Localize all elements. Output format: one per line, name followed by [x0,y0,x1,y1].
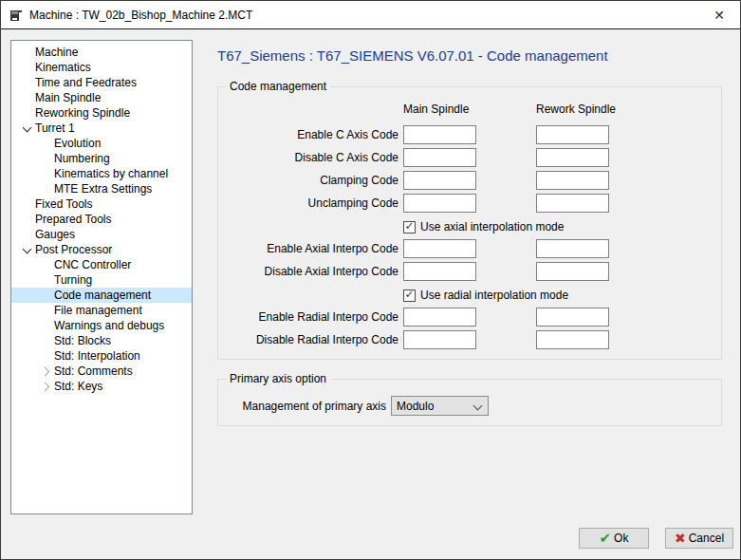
chevron-spacer [21,75,35,90]
unclamping-main-input[interactable] [403,194,476,213]
tree-item-cnc-controller[interactable]: CNC Controller [11,257,192,272]
chevron-right-icon[interactable] [40,364,54,379]
disable-axial-interpo-main-input[interactable] [403,262,476,281]
field-label: Disable Radial Interpo Code [218,330,398,349]
field-label: Unclamping Code [218,194,398,213]
tree-item-kinematics[interactable]: Kinematics [11,60,192,75]
ok-button[interactable]: ✔ Ok [579,528,649,549]
enable-axial-interpo-main-input[interactable] [403,239,476,258]
axial-interpolation-checkbox[interactable]: ✓ [403,221,416,233]
enable-c-axis-main-input[interactable] [403,125,476,144]
tree-item-label: Post Processor [35,242,112,257]
chevron-spacer [21,227,35,242]
tree-item-gauges[interactable]: Gauges [11,227,192,242]
row-disable-c-axis-code: Disable C Axis Code [218,148,721,167]
chevron-spacer [21,105,35,121]
tree-item-std-interpolation[interactable]: Std: Interpolation [11,348,192,364]
unclamping-rework-input[interactable] [536,194,609,213]
primary-axis-groupbox: Primary axis option Management of primar… [217,379,722,426]
tree-item-label: Gauges [35,227,75,242]
machine-settings-dialog: Machine : TW_02b_Bishop_Machine 2.MCT ✕ … [0,0,741,560]
settings-tree: Machine Kinematics Time and Feedrates Ma… [10,40,193,514]
disable-c-axis-rework-input[interactable] [536,148,609,167]
chevron-down-icon [471,397,488,415]
tree-item-post-processor[interactable]: Post Processor [11,242,192,257]
page-title: T67_Siemens : T67_SIEMENS V6.07.01 - Cod… [217,47,608,64]
tree-item-fixed-tools[interactable]: Fixed Tools [11,196,192,212]
row-disable-radial-interpo-code: Disable Radial Interpo Code [218,330,721,349]
enable-c-axis-rework-input[interactable] [536,125,609,144]
chevron-right-icon[interactable] [40,379,54,394]
tree-item-warnings-and-debugs[interactable]: Warnings and debugs [11,318,192,333]
chevron-spacer [21,212,35,227]
checkmark-icon: ✓ [404,221,414,232]
disable-radial-interpo-rework-input[interactable] [536,330,609,349]
tree-item-label: Main Spindle [35,90,101,105]
tree-item-label: Std: Keys [54,379,102,394]
tree-item-kinematics-by-channel[interactable]: Kinematics by channel [11,166,192,181]
cancel-button[interactable]: ✖ Cancel [665,528,733,549]
disable-radial-interpo-main-input[interactable] [403,330,476,349]
chevron-spacer [21,45,35,60]
tree-item-label: Std: Comments [54,364,133,379]
tree-item-label: Prepared Tools [35,212,112,227]
tree-item-std-keys[interactable]: Std: Keys [11,379,192,394]
tree-item-label: Turret 1 [35,121,75,136]
chevron-spacer [40,181,54,196]
tree-item-label: CNC Controller [54,257,131,272]
disable-c-axis-main-input[interactable] [403,148,476,167]
enable-radial-interpo-rework-input[interactable] [536,308,609,327]
chevron-down-icon[interactable] [21,242,35,257]
tree-item-label: Std: Blocks [54,333,111,348]
cancel-button-label: Cancel [689,532,724,545]
chevron-down-icon[interactable] [21,121,35,136]
ok-button-label: Ok [614,532,628,545]
tree-item-label: Numbering [54,151,110,166]
tree-item-turret-1[interactable]: Turret 1 [11,121,192,136]
field-label: Enable Axial Interpo Code [218,239,398,258]
clamping-rework-input[interactable] [536,171,609,190]
tree-item-std-blocks[interactable]: Std: Blocks [11,333,192,348]
clamping-main-input[interactable] [403,171,476,190]
tree-item-evolution[interactable]: Evolution [11,136,192,151]
tree-item-label: Machine [35,45,78,60]
tree-item-turning[interactable]: Turning [11,272,192,288]
tree-item-code-management[interactable]: Code management [11,288,192,303]
tree-item-mte-extra-settings[interactable]: MTE Extra Settings [11,181,192,196]
chevron-spacer [40,288,54,303]
chevron-spacer [40,257,54,272]
tree-item-numbering[interactable]: Numbering [11,151,192,166]
radial-interpolation-checkbox[interactable]: ✓ [403,289,416,302]
primary-axis-label: Management of primary axis [218,397,386,417]
machine-icon [9,8,24,23]
tree-item-main-spindle[interactable]: Main Spindle [11,90,192,105]
tree-item-label: Warnings and debugs [54,318,164,333]
chevron-spacer [40,303,54,318]
row-enable-c-axis-code: Enable C Axis Code [218,125,721,144]
chevron-spacer [40,348,54,364]
row-enable-axial-interpo-code: Enable Axial Interpo Code [218,239,721,258]
code-management-groupbox: Code management Main Spindle Rework Spin… [217,86,722,360]
tree-item-label: Kinematics [35,60,91,75]
groupbox-title: Primary axis option [226,372,330,385]
chevron-spacer [40,136,54,151]
tree-item-file-management[interactable]: File management [11,303,192,318]
tree-item-machine[interactable]: Machine [11,45,192,60]
close-icon[interactable]: ✕ [708,5,731,26]
chevron-spacer [40,318,54,333]
row-clamping-code: Clamping Code [218,171,721,190]
tree-item-std-comments[interactable]: Std: Comments [11,364,192,379]
tree-item-label: MTE Extra Settings [54,181,152,196]
disable-axial-interpo-rework-input[interactable] [536,262,609,281]
tree-item-reworking-spindle[interactable]: Reworking Spindle [11,105,192,121]
tree-item-prepared-tools[interactable]: Prepared Tools [11,212,192,227]
checkbox-label: Use radial interpolation mode [420,289,568,302]
enable-axial-interpo-rework-input[interactable] [536,239,609,258]
field-label: Enable C Axis Code [218,125,398,144]
field-label: Disable Axial Interpo Code [218,262,398,281]
window-title: Machine : TW_02b_Bishop_Machine 2.MCT [29,9,252,22]
row-enable-radial-interpo-code: Enable Radial Interpo Code [218,308,721,327]
tree-item-time-and-feedrates[interactable]: Time and Feedrates [11,75,192,90]
primary-axis-select[interactable]: Modulo [391,396,489,416]
enable-radial-interpo-main-input[interactable] [403,308,476,327]
